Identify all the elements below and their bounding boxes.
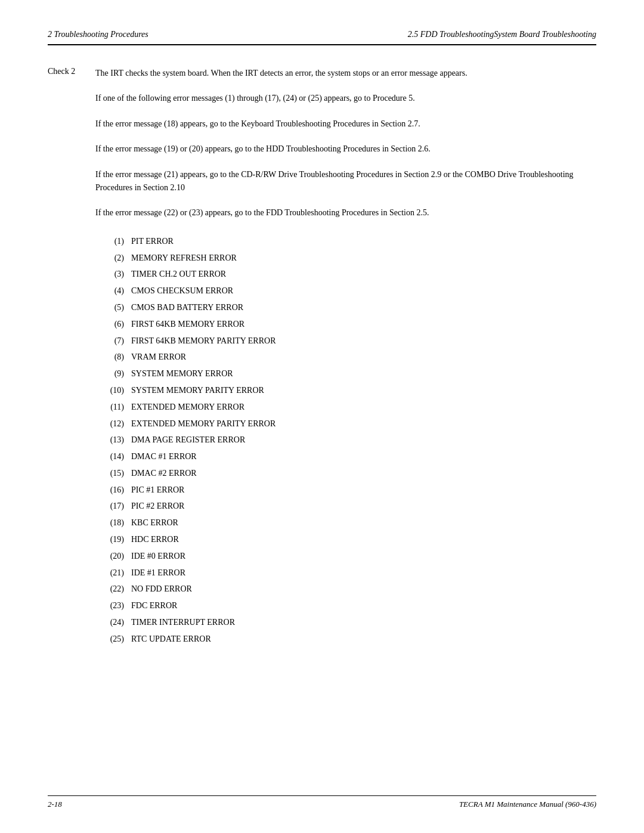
error-description: EXTENDED MEMORY PARITY ERROR <box>131 417 275 431</box>
error-number: (3) <box>95 267 131 281</box>
error-description: SYSTEM MEMORY ERROR <box>131 367 233 381</box>
error-number: (22) <box>95 582 131 596</box>
page-content: Check 2 The IRT checks the system board.… <box>48 67 596 646</box>
error-number: (23) <box>95 599 131 613</box>
list-item: (21)IDE #1 ERROR <box>95 566 596 580</box>
list-item: (16)PIC #1 ERROR <box>95 483 596 497</box>
error-description: DMAC #2 ERROR <box>131 466 197 481</box>
list-item: (10)SYSTEM MEMORY PARITY ERROR <box>95 383 596 398</box>
list-item: (12)EXTENDED MEMORY PARITY ERROR <box>95 417 596 431</box>
list-item: (11)EXTENDED MEMORY ERROR <box>95 400 596 414</box>
error-number: (10) <box>95 383 131 398</box>
page-footer: 2-18 TECRA M1 Maintenance Manual (960-43… <box>48 795 596 809</box>
error-number: (13) <box>95 433 131 447</box>
paragraph-3: If the error message (18) appears, go to… <box>95 117 596 131</box>
error-description: PIT ERROR <box>131 234 174 249</box>
list-item: (7)FIRST 64KB MEMORY PARITY ERROR <box>95 334 596 348</box>
list-item: (20)IDE #0 ERROR <box>95 549 596 563</box>
error-description: TIMER CH.2 OUT ERROR <box>131 267 226 281</box>
list-item: (13)DMA PAGE REGISTER ERROR <box>95 433 596 447</box>
error-description: PIC #2 ERROR <box>131 499 184 513</box>
list-item: (3)TIMER CH.2 OUT ERROR <box>95 267 596 281</box>
list-item: (5)CMOS BAD BATTERY ERROR <box>95 301 596 315</box>
error-list: (1)PIT ERROR(2)MEMORY REFRESH ERROR(3)TI… <box>95 234 596 646</box>
error-number: (24) <box>95 615 131 630</box>
error-description: MEMORY REFRESH ERROR <box>131 251 237 265</box>
header-left: 2 Troubleshooting Procedures <box>48 30 148 39</box>
error-number: (14) <box>95 450 131 464</box>
list-item: (17)PIC #2 ERROR <box>95 499 596 513</box>
error-description: DMAC #1 ERROR <box>131 450 197 464</box>
page-header: 2 Troubleshooting Procedures 2.5 FDD Tro… <box>48 30 596 45</box>
paragraph-6: If the error message (22) or (23) appear… <box>95 206 596 219</box>
error-number: (11) <box>95 400 131 414</box>
list-item: (14)DMAC #1 ERROR <box>95 450 596 464</box>
error-number: (25) <box>95 632 131 646</box>
list-item: (6)FIRST 64KB MEMORY ERROR <box>95 317 596 332</box>
error-number: (7) <box>95 334 131 348</box>
list-item: (22)NO FDD ERROR <box>95 582 596 596</box>
paragraph-4: If the error message (19) or (20) appear… <box>95 143 596 156</box>
error-number: (12) <box>95 417 131 431</box>
error-number: (17) <box>95 499 131 513</box>
error-description: HDC ERROR <box>131 532 179 547</box>
error-number: (16) <box>95 483 131 497</box>
list-item: (19)HDC ERROR <box>95 532 596 547</box>
error-description: CMOS BAD BATTERY ERROR <box>131 301 243 315</box>
error-number: (6) <box>95 317 131 332</box>
error-number: (18) <box>95 516 131 530</box>
error-description: TIMER INTERRUPT ERROR <box>131 615 235 630</box>
error-description: NO FDD ERROR <box>131 582 192 596</box>
error-number: (8) <box>95 350 131 364</box>
check-text-1: The IRT checks the system board. When th… <box>95 67 596 80</box>
page: 2 Troubleshooting Procedures 2.5 FDD Tro… <box>0 0 644 833</box>
error-description: FIRST 64KB MEMORY PARITY ERROR <box>131 334 275 348</box>
error-description: FDC ERROR <box>131 599 177 613</box>
error-number: (21) <box>95 566 131 580</box>
footer-page-number: 2-18 <box>48 800 62 809</box>
paragraph-2: If one of the following error messages (… <box>95 92 596 105</box>
list-item: (15)DMAC #2 ERROR <box>95 466 596 481</box>
list-item: (9)SYSTEM MEMORY ERROR <box>95 367 596 381</box>
check-row: Check 2 The IRT checks the system board.… <box>48 67 596 80</box>
error-description: EXTENDED MEMORY ERROR <box>131 400 244 414</box>
error-number: (1) <box>95 234 131 249</box>
list-item: (18)KBC ERROR <box>95 516 596 530</box>
list-item: (1)PIT ERROR <box>95 234 596 249</box>
error-description: IDE #1 ERROR <box>131 566 185 580</box>
error-number: (4) <box>95 284 131 298</box>
error-description: VRAM ERROR <box>131 350 186 364</box>
error-number: (5) <box>95 301 131 315</box>
error-description: RTC UPDATE ERROR <box>131 632 211 646</box>
error-number: (9) <box>95 367 131 381</box>
error-description: SYSTEM MEMORY PARITY ERROR <box>131 383 264 398</box>
error-list-section: (1)PIT ERROR(2)MEMORY REFRESH ERROR(3)TI… <box>95 234 596 646</box>
error-number: (20) <box>95 549 131 563</box>
list-item: (4)CMOS CHECKSUM ERROR <box>95 284 596 298</box>
paragraph-5: If the error message (21) appears, go to… <box>95 168 596 195</box>
list-item: (2)MEMORY REFRESH ERROR <box>95 251 596 265</box>
error-description: DMA PAGE REGISTER ERROR <box>131 433 245 447</box>
error-description: IDE #0 ERROR <box>131 549 185 563</box>
error-number: (19) <box>95 532 131 547</box>
error-number: (2) <box>95 251 131 265</box>
error-description: FIRST 64KB MEMORY ERROR <box>131 317 244 332</box>
error-description: PIC #1 ERROR <box>131 483 184 497</box>
list-item: (25)RTC UPDATE ERROR <box>95 632 596 646</box>
error-description: CMOS CHECKSUM ERROR <box>131 284 233 298</box>
check-label: Check 2 <box>48 67 95 80</box>
footer-manual-title: TECRA M1 Maintenance Manual (960-436) <box>459 800 596 809</box>
error-description: KBC ERROR <box>131 516 178 530</box>
header-right: 2.5 FDD TroubleshootingSystem Board Trou… <box>408 30 596 39</box>
list-item: (24)TIMER INTERRUPT ERROR <box>95 615 596 630</box>
error-number: (15) <box>95 466 131 481</box>
list-item: (23)FDC ERROR <box>95 599 596 613</box>
list-item: (8)VRAM ERROR <box>95 350 596 364</box>
